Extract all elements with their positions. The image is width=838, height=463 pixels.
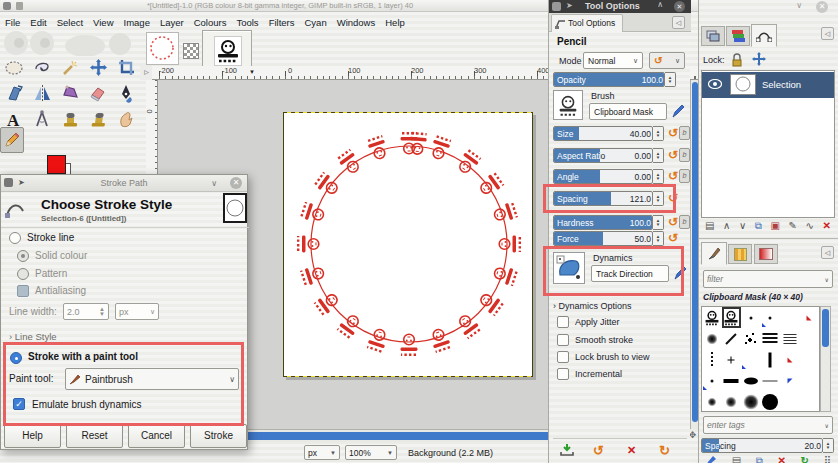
mode-reset-group[interactable]: ↺∨ (649, 52, 685, 69)
spinner[interactable]: ▲▼ (653, 126, 664, 141)
line-width-input[interactable]: 2.0▲▼ (63, 303, 109, 320)
stroke-line-radio[interactable] (9, 232, 21, 244)
tool-perspective[interactable] (59, 82, 82, 105)
tool-ink[interactable] (115, 82, 138, 105)
brush-cell-blank[interactable] (741, 349, 761, 370)
brush-cell-dot-soft-lg[interactable] (741, 391, 761, 412)
brush-name-box[interactable]: Clipboard Mask (589, 103, 667, 120)
brush-cell-circle-big[interactable] (761, 391, 781, 412)
brush-cell-blank[interactable] (800, 328, 820, 349)
dialog-menu-chevron[interactable]: ∨ (211, 179, 217, 188)
vertical-scrollbar[interactable] (690, 80, 698, 429)
brush-cell-bar-v[interactable] (761, 349, 781, 370)
tool-ellipse-select[interactable] (3, 56, 26, 79)
spinner[interactable]: ▲▼ (653, 169, 664, 184)
image-canvas[interactable] (284, 113, 532, 376)
brush-cell-dot-xs[interactable] (761, 307, 781, 328)
pattern-radio[interactable] (17, 268, 29, 280)
angle-slider[interactable]: Angle0.00Angle0.00 (553, 169, 653, 184)
tab-paths[interactable] (751, 24, 777, 47)
save-preset-icon[interactable] (559, 443, 575, 461)
brush-cell-ellipse[interactable] (741, 370, 761, 391)
mode-select[interactable]: Normal∨ (583, 52, 643, 69)
link-button[interactable]: 𝑏 (679, 148, 690, 162)
lock-position-icon[interactable] (751, 51, 767, 67)
brush-tags-input[interactable]: enter tags∨ (703, 416, 833, 434)
tab-layers[interactable] (701, 26, 725, 46)
selection-to-path-icon[interactable]: ✎ (789, 220, 797, 235)
tool-unified-transform[interactable] (3, 82, 26, 105)
delete-brush-icon[interactable]: ✕ (778, 455, 786, 463)
stroke-button[interactable]: Stroke (190, 424, 247, 448)
hardness-slider[interactable]: Hardness100.0Hardness100.0 (553, 215, 653, 230)
lock-brush-to-view-checkbox[interactable] (557, 351, 569, 363)
delete-path-icon[interactable]: ✕ (823, 220, 831, 235)
brush-cell-blank[interactable] (800, 391, 820, 412)
line-width-unit-select[interactable]: px∨ (115, 303, 159, 320)
brush-cell-dot-soft[interactable] (722, 391, 742, 412)
brush-cell-dot-xs[interactable] (741, 307, 761, 328)
panel-menu-button[interactable]: ◁ (821, 27, 834, 40)
spinner[interactable]: ▲▼ (653, 215, 664, 230)
brush-cell-dot-soft[interactable] (702, 328, 722, 349)
apply-jitter-checkbox[interactable] (557, 316, 569, 328)
brush-cell-dot-xs[interactable] (702, 370, 722, 391)
dynamics-options-expander[interactable]: › Dynamics Options (553, 301, 632, 311)
chevron-down-icon[interactable]: ∨ (675, 57, 680, 65)
dock-splitter[interactable] (699, 238, 838, 239)
link-button[interactable]: 𝑏 (679, 169, 690, 183)
antialiasing-checkbox[interactable] (17, 285, 29, 297)
duplicate-brush-icon[interactable]: ⧉ (756, 455, 763, 463)
brush-preview-button[interactable] (553, 90, 583, 120)
brush-cell-lines-h[interactable] (761, 328, 781, 349)
reset-tool-icon[interactable]: ↻ (659, 443, 670, 458)
tab-brushes[interactable] (701, 242, 727, 265)
refresh-brushes-icon[interactable]: ↻ (801, 455, 809, 463)
tool-free-select[interactable] (31, 56, 54, 79)
dock-titlebar[interactable]: ➤ Tool Options ∧ ✕ (549, 0, 691, 13)
tab-patterns[interactable] (728, 244, 752, 264)
raise-path-icon[interactable]: ∧ (723, 220, 730, 235)
zoom-select[interactable]: 100%▼ (345, 445, 397, 460)
brush-cell-face[interactable] (702, 307, 722, 328)
edit-brush-icon[interactable] (705, 455, 717, 463)
dock-chevron-icon[interactable]: ∨ (796, 1, 802, 10)
tool-perspective-clone[interactable] (87, 108, 110, 131)
link-button[interactable]: 𝑏 (679, 126, 690, 140)
brush-scrollbar-thumb[interactable] (822, 309, 829, 347)
tool-pencil-active[interactable] (0, 127, 24, 153)
duplicate-path-icon[interactable]: ⧉ (755, 220, 762, 235)
reset-icon[interactable]: ↺ (668, 215, 678, 229)
brush-cell-bar-h[interactable] (722, 370, 742, 391)
restore-preset-icon[interactable]: ↺ (593, 443, 604, 458)
tool-clone[interactable] (59, 108, 82, 131)
tab-tool-options[interactable]: Tool Options (551, 14, 623, 32)
tool-smudge[interactable] (115, 108, 138, 131)
unit-select[interactable]: px▼ (304, 445, 340, 460)
panel-menu-button[interactable]: ◁ (672, 16, 685, 29)
brush-cell-dot-soft-sm[interactable] (702, 391, 722, 412)
help-button[interactable]: Help (4, 424, 61, 448)
dock-close-icon[interactable]: ✕ (674, 1, 685, 12)
tool-eraser[interactable] (87, 82, 110, 105)
brush-cell-tri-r[interactable] (780, 349, 800, 370)
brush-cell-line-diag[interactable] (722, 328, 742, 349)
aspect-ratio-slider[interactable]: Aspect Ratio0.00Aspect Ratio0.00 (553, 148, 653, 163)
lock-content-icon[interactable] (731, 52, 746, 67)
tool-measure[interactable] (31, 108, 54, 131)
tab-channels[interactable] (726, 26, 750, 46)
reset-icon[interactable]: ↺ (668, 126, 678, 140)
brush-cell-line-h[interactable] (761, 370, 781, 391)
image-tab-circle[interactable] (146, 32, 179, 65)
pattern-icon[interactable] (183, 43, 199, 59)
path-to-selection-icon[interactable]: ▣ (771, 220, 780, 235)
foreground-color-swatch[interactable] (47, 155, 66, 174)
collapse-chevron-icon[interactable]: ∧ (657, 0, 663, 9)
brush-cell-scatter[interactable] (741, 328, 761, 349)
dock-close-icon[interactable]: ✕ (816, 1, 828, 13)
reset-icon[interactable]: ↺ (654, 55, 662, 66)
new-brush-icon[interactable]: ▤ (732, 455, 741, 463)
dialog-titlebar[interactable]: ➤ Stroke Path ∨ ✕ (1, 175, 247, 192)
brush-cell-blank[interactable] (780, 307, 800, 328)
dialog-close-icon[interactable]: ✕ (230, 177, 242, 189)
